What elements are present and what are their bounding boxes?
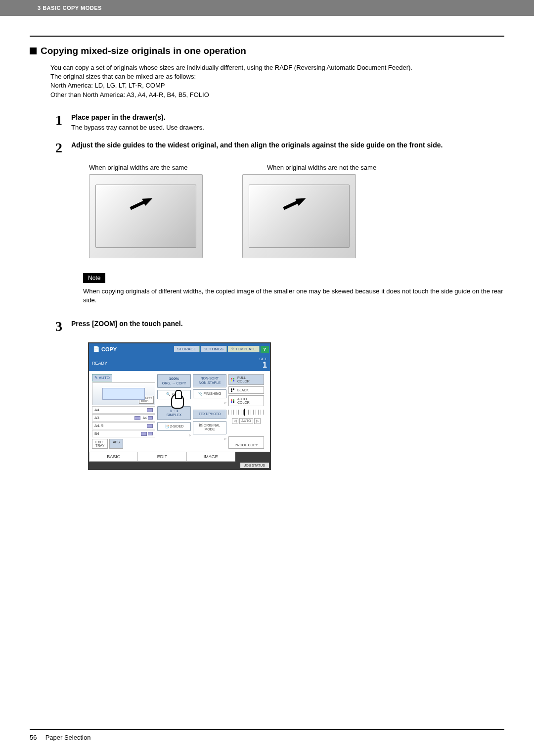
tray-list: A4 A3A4 A4-R B4 bbox=[92, 406, 155, 437]
step-heading: Place paper in the drawer(s). bbox=[71, 113, 504, 121]
finishing-button[interactable]: 📎 FINISHING bbox=[193, 389, 226, 398]
tray-row[interactable]: A4-R bbox=[92, 422, 155, 429]
tray-icon bbox=[147, 408, 153, 412]
panel-bottom-tabs: BASIC EDIT IMAGE bbox=[89, 452, 270, 462]
section-heading-text: Copying mixed-size originals in one oper… bbox=[41, 46, 246, 56]
full-color-button[interactable]: FULL COLOR bbox=[228, 374, 264, 385]
step-3: 3 Press [ZOOM] on the touch panel. bbox=[55, 320, 504, 333]
panel-main: ✎ AUTO BYPASS FEED A4 A3A4 A4-R B4 EXI bbox=[89, 371, 270, 452]
intro-line: North America: LD, LG, LT, LT-R, COMP bbox=[50, 81, 504, 90]
step-2: 2 Adjust the side guides to the widest o… bbox=[55, 141, 504, 155]
step-1: 1 Place paper in the drawer(s). The bypa… bbox=[55, 113, 504, 132]
tray-icon bbox=[148, 416, 153, 420]
sort-display: NON-SORT NON-STAPLE bbox=[193, 374, 226, 387]
aps-button[interactable]: APS bbox=[109, 439, 123, 449]
copy-icon: 📄 bbox=[93, 346, 100, 352]
tray-icon bbox=[148, 432, 153, 435]
exit-tray-button[interactable]: EXIT TRAY bbox=[92, 439, 108, 449]
auto-color-button[interactable]: AUTO COLOR bbox=[228, 395, 264, 406]
copy-mode-label: 📄 COPY bbox=[90, 344, 120, 354]
template-tab[interactable]: ☆ TEMPLATE bbox=[228, 346, 260, 352]
printer-illustration-same-width bbox=[89, 174, 203, 258]
tray-row[interactable]: A4 bbox=[92, 406, 155, 414]
printer-illustration-diff-width bbox=[242, 174, 356, 258]
color-dots-icon bbox=[231, 399, 236, 403]
black-dots-icon bbox=[231, 388, 236, 392]
illustration-captions: When original widths are the same When o… bbox=[89, 164, 504, 171]
step-heading: Adjust the side guides to the widest ori… bbox=[71, 141, 504, 149]
step-number: 1 bbox=[55, 113, 71, 132]
density-down-button[interactable]: ◁ bbox=[232, 418, 238, 424]
tray-icon bbox=[147, 424, 153, 428]
set-count: 1 bbox=[259, 361, 267, 369]
auto-paper-button[interactable]: ✎ AUTO bbox=[92, 374, 112, 381]
bypass-feed-button[interactable]: BYPASS FEED bbox=[139, 396, 154, 404]
intro-line: You can copy a set of originals whose si… bbox=[50, 63, 504, 72]
caption-right: When original widths are not the same bbox=[267, 164, 376, 171]
header-breadcrumb: 3 BASIC COPY MODES bbox=[0, 0, 534, 16]
tray-icon bbox=[141, 432, 147, 436]
step-heading: Press [ZOOM] on the touch panel. bbox=[71, 320, 504, 328]
page-number: 56 bbox=[30, 734, 44, 741]
footer-divider bbox=[30, 729, 504, 730]
expand-icon[interactable]: ▹ bbox=[157, 433, 191, 437]
tray-icon bbox=[134, 416, 140, 420]
tray-row[interactable]: B4 bbox=[92, 430, 155, 437]
step-number: 2 bbox=[55, 141, 71, 155]
storage-tab[interactable]: STORAGE bbox=[174, 346, 200, 352]
note-badge: Note bbox=[83, 273, 105, 283]
device-preview: BYPASS FEED bbox=[92, 382, 155, 405]
proof-copy-button[interactable]: PROOF COPY bbox=[228, 436, 264, 449]
black-button[interactable]: BLACK bbox=[228, 386, 264, 394]
expand-icon[interactable]: ▹ bbox=[193, 400, 226, 405]
textphoto-display: TEXT/PHOTO bbox=[193, 410, 226, 419]
intro-block: You can copy a set of originals whose si… bbox=[50, 63, 504, 99]
zoom-display: 100% ORG. → COPY bbox=[157, 374, 191, 388]
intro-line: Other than North America: A3, A4, A4-R, … bbox=[50, 91, 504, 99]
intro-line: The original sizes that can be mixed are… bbox=[50, 72, 504, 81]
color-dots-icon bbox=[231, 378, 236, 381]
help-button[interactable]: ? bbox=[261, 346, 269, 353]
expand-icon[interactable]: ▹ bbox=[193, 436, 226, 441]
step-text: The bypass tray cannot be used. Use draw… bbox=[71, 123, 504, 132]
panel-status-bar: READY SET 1 bbox=[89, 355, 270, 371]
footer-title: Paper Selection bbox=[45, 734, 91, 741]
density-slider[interactable] bbox=[228, 410, 264, 415]
job-status-button[interactable]: JOB STATUS bbox=[240, 463, 269, 468]
square-bullet-icon bbox=[30, 47, 37, 54]
illustration-row bbox=[89, 174, 504, 258]
note-text: When copying originals of different widt… bbox=[83, 287, 504, 305]
basic-tab[interactable]: BASIC bbox=[89, 452, 138, 462]
two-sided-button[interactable]: 📑 2-SIDED bbox=[157, 422, 191, 431]
edit-tab[interactable]: EDIT bbox=[138, 452, 186, 462]
image-tab[interactable]: IMAGE bbox=[187, 452, 235, 462]
original-mode-button[interactable]: 🖼 ORIGINAL MODE bbox=[193, 421, 226, 434]
section-heading: Copying mixed-size originals in one oper… bbox=[30, 46, 504, 56]
status-ready: READY bbox=[92, 361, 107, 366]
panel-top-bar: 📄 COPY STORAGE SETTINGS ☆ TEMPLATE ? bbox=[89, 343, 270, 355]
settings-tab[interactable]: SETTINGS bbox=[201, 346, 227, 352]
panel-footer: JOB STATUS bbox=[89, 462, 270, 469]
page-footer: 56 Paper Selection bbox=[30, 729, 504, 741]
top-divider bbox=[30, 36, 504, 37]
tray-row[interactable]: A3A4 bbox=[92, 414, 155, 422]
step-number: 3 bbox=[55, 320, 71, 333]
caption-left: When original widths are the same bbox=[89, 164, 267, 171]
finger-pointer-icon bbox=[171, 394, 184, 409]
touch-panel-screenshot: 📄 COPY STORAGE SETTINGS ☆ TEMPLATE ? REA… bbox=[88, 342, 504, 470]
density-auto-button[interactable]: AUTO bbox=[239, 418, 253, 424]
density-up-button[interactable]: ▷ bbox=[254, 418, 261, 424]
